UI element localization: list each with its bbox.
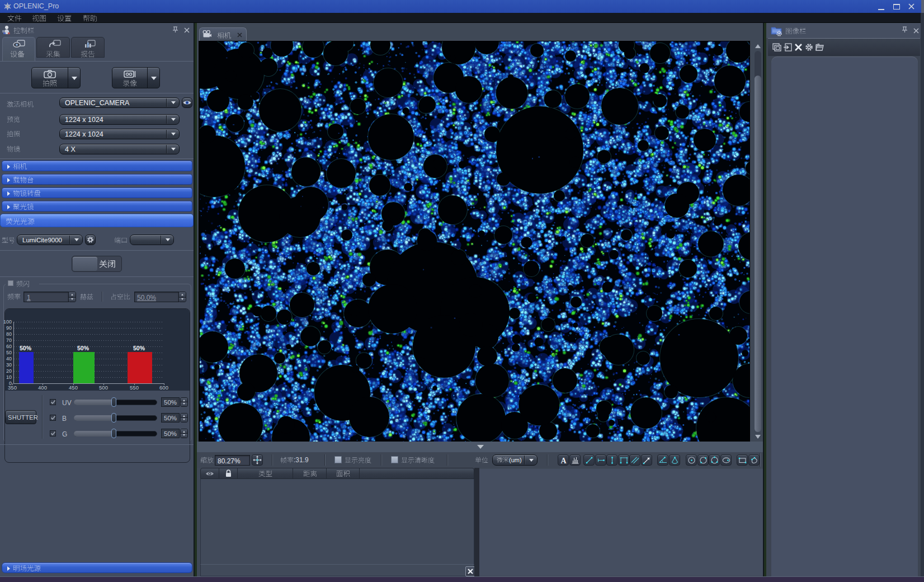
svg-text:A: A — [560, 457, 567, 465]
